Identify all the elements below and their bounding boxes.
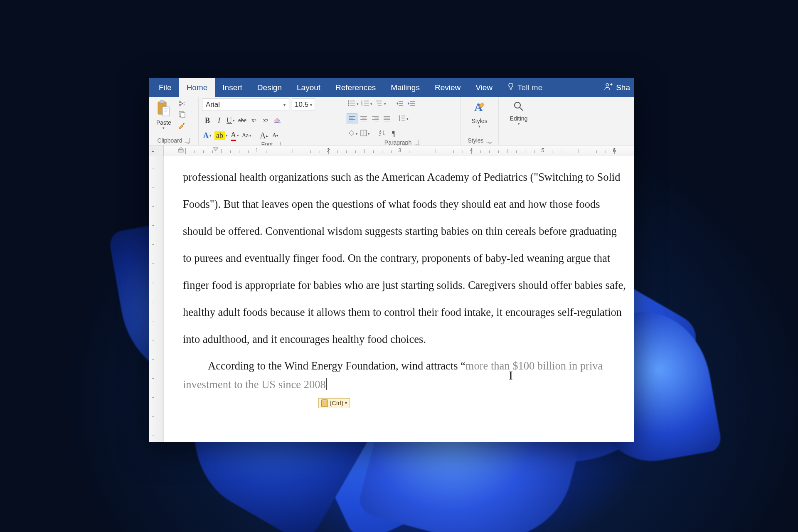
styles-dialog-launcher[interactable] [486,138,491,143]
svg-point-10 [348,102,350,103]
justify-icon [383,115,391,123]
cut-button[interactable] [177,100,187,108]
align-left-button[interactable] [347,113,357,124]
underline-label: U [227,116,232,125]
para2-cont: investment to the US since 2008 [183,378,326,391]
body-paragraph-1: professional health organizations such a… [183,164,626,352]
svg-text:Z: Z [379,133,381,136]
tab-design[interactable]: Design [250,78,289,97]
chevron-down-icon: ▾ [163,126,165,130]
clipboard-icon [321,399,328,407]
sub-label: x [251,117,254,124]
styles-button[interactable]: A Styles ▾ [467,99,491,130]
paste-options-label: (Ctrl) [330,399,343,407]
first-line-indent-marker[interactable] [213,146,219,151]
copy-button[interactable] [177,111,187,119]
scissors-icon [178,100,186,109]
align-center-button[interactable] [358,113,369,124]
highlight-icon: ab [214,131,225,140]
svg-point-11 [348,104,350,106]
group-paragraph-label: Paragraph [384,139,411,146]
lightbulb-icon [507,83,514,92]
chevron-down-icon: ▾ [237,133,239,138]
clear-formatting-button[interactable] [272,115,283,126]
format-painter-button[interactable] [177,122,187,130]
share-button[interactable]: Sha [597,78,634,97]
highlight-button[interactable]: ab▾ [214,130,229,141]
tab-references[interactable]: References [328,78,383,97]
text-effects-button[interactable]: A▾ [202,130,213,141]
tab-mailings[interactable]: Mailings [383,78,427,97]
horizontal-ruler[interactable]: L 123456 [149,145,634,156]
bullets-button[interactable]: ▾ [347,99,360,109]
font-size-select[interactable]: 10.5▾ [292,99,315,111]
show-marks-button[interactable]: ¶ [388,128,399,139]
numbering-icon: 123 [361,100,369,108]
tell-me[interactable]: Tell me [500,78,550,97]
chevron-down-icon: ▾ [226,133,228,138]
svg-rect-20 [178,150,183,152]
svg-point-6 [179,101,181,103]
font-color-button[interactable]: A▾ [229,130,240,141]
document-page[interactable]: professional health organizations such a… [164,156,634,442]
font-name-select[interactable]: Arial▾ [202,99,289,111]
subscript-button[interactable]: x2 [249,115,259,126]
chevron-down-icon: ▾ [406,117,409,121]
group-font: Arial▾ 10.5▾ B I U▾ abc x2 x2 A▾ ab▾ A▾ … [199,97,343,145]
vertical-ruler[interactable]: ---------------- [149,156,164,442]
tab-home[interactable]: Home [179,78,215,97]
svg-point-5 [179,104,181,106]
increase-indent-button[interactable] [406,99,417,109]
editing-label: Editing [510,115,528,122]
left-indent-marker[interactable] [178,146,184,155]
editing-button[interactable]: Editing ▾ [506,99,532,128]
paste-options-button[interactable]: (Ctrl) ▾ [318,398,350,408]
paste-button[interactable]: Paste ▾ [152,99,175,132]
shrink-font-button[interactable]: A▾ [270,130,281,141]
justify-button[interactable] [382,113,392,124]
clipboard-dialog-launcher[interactable] [185,138,190,143]
chevron-down-icon: ▾ [209,133,212,138]
grow-label: A [260,131,266,140]
align-right-button[interactable] [370,113,381,124]
chevron-down-icon: ▾ [356,132,358,136]
group-clipboard: Paste ▾ Clipboard [149,97,199,145]
chevron-down-icon: ▾ [249,133,251,138]
outdent-icon [396,100,404,108]
tab-file[interactable]: File [151,78,179,97]
strikethrough-button[interactable]: abc [237,115,248,126]
tab-insert[interactable]: Insert [215,78,250,97]
tab-review[interactable]: Review [427,78,468,97]
sort-button[interactable]: AZ [377,128,387,139]
svg-rect-4 [163,107,170,116]
change-case-button[interactable]: Aa▾ [241,130,252,141]
numbering-button[interactable]: 123▾ [360,99,373,109]
superscript-button[interactable]: x2 [260,115,271,126]
svg-rect-3 [160,101,164,103]
underline-button[interactable]: U▾ [225,115,236,126]
chevron-down-icon: ▾ [345,401,347,406]
tab-layout[interactable]: Layout [289,78,328,97]
styles-label: Styles [471,118,487,124]
italic-button[interactable]: I [214,115,224,126]
case-label: Aa [242,132,249,139]
line-spacing-icon [398,115,406,123]
tab-view[interactable]: View [468,78,500,97]
line-spacing-button[interactable]: ▾ [397,113,409,124]
chevron-down-icon: ▾ [518,122,520,126]
multilevel-list-button[interactable]: ▾ [374,99,387,109]
chevron-down-icon: ▾ [283,103,286,107]
decrease-indent-button[interactable] [394,99,405,109]
multilevel-icon [375,100,383,108]
paintbrush-icon [178,121,186,131]
eraser-icon [273,116,281,125]
group-styles-label: Styles [468,137,483,144]
svg-text:3: 3 [361,104,362,106]
svg-rect-0 [510,89,512,90]
grow-font-button[interactable]: A▴ [258,130,269,141]
bold-button[interactable]: B [202,115,213,126]
shading-button[interactable]: ▾ [347,128,359,139]
paragraph-dialog-launcher[interactable] [414,140,419,145]
borders-button[interactable]: ▾ [360,128,371,139]
font-size-value: 10.5 [295,101,308,109]
